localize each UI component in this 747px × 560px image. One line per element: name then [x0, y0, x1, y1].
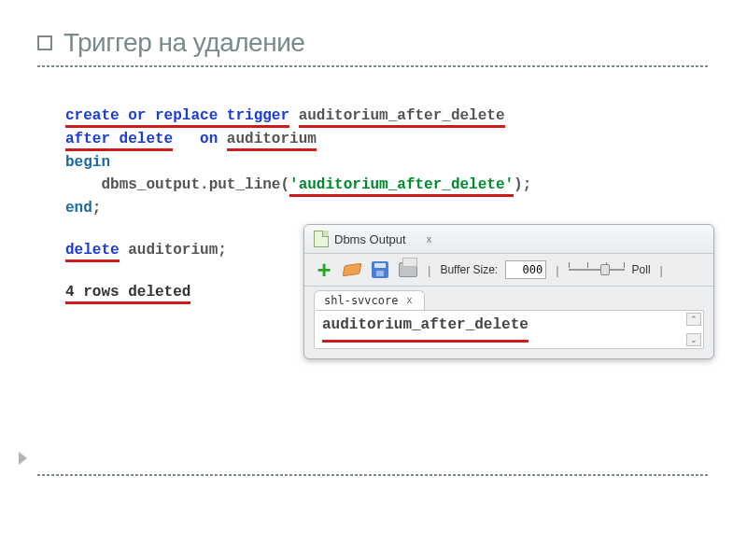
add-button[interactable]: +	[314, 259, 334, 280]
identifier: dbms_output.put_line	[101, 176, 280, 193]
keyword: on	[200, 131, 218, 147]
separator: |	[554, 263, 560, 277]
title-underline	[37, 65, 710, 67]
erase-button[interactable]	[342, 259, 362, 280]
panel-close-button[interactable]: x	[423, 232, 436, 245]
footer-rule	[37, 474, 710, 476]
print-button[interactable]	[398, 259, 418, 280]
paren: );	[514, 176, 531, 193]
string-literal: 'auditorium_after_delete'	[289, 176, 514, 197]
identifier: auditorium	[227, 131, 317, 151]
buffer-size-label: Buffer Size:	[440, 263, 498, 276]
keyword: after delete	[65, 131, 173, 151]
scroll-up-icon[interactable]: ⌃	[686, 313, 701, 326]
slide-title-row: Триггер на удаление	[37, 28, 710, 58]
keyword: begin	[65, 154, 110, 171]
save-button[interactable]	[370, 259, 390, 280]
panel-title: Dbms Output	[334, 232, 406, 246]
separator: |	[426, 263, 432, 277]
panel-toolbar: + | Buffer Size: | Poll |	[304, 254, 713, 287]
separator: |	[658, 263, 665, 277]
scroll-down-icon[interactable]: ⌄	[686, 333, 701, 346]
output-text: auditorium_after_delete	[322, 316, 529, 343]
keyword: delete	[65, 242, 120, 262]
tab-label: shl-svvcore	[324, 294, 398, 307]
keyword: end	[65, 200, 92, 217]
poll-label: Poll	[632, 263, 651, 276]
code-line-1: create or replace trigger auditorium_aft…	[65, 105, 710, 128]
code-line-5: end;	[65, 197, 710, 220]
paren: (	[280, 176, 289, 193]
page-icon	[314, 231, 329, 247]
footer-arrow-icon	[19, 452, 32, 465]
identifier: auditorium;	[128, 242, 227, 259]
title-marker-icon	[37, 35, 52, 50]
panel-titlebar: Dbms Output x	[304, 225, 713, 254]
identifier: auditorium_after_delete	[299, 107, 505, 128]
vertical-scrollbar[interactable]: ⌃ ⌄	[686, 313, 701, 346]
result-text: 4 rows deleted	[65, 284, 190, 304]
output-area: auditorium_after_delete ⌃ ⌄	[314, 310, 704, 349]
buffer-size-input[interactable]	[505, 260, 546, 279]
code-line-4: dbms_output.put_line('auditorium_after_d…	[65, 174, 710, 197]
keyword: create or replace trigger	[65, 107, 289, 128]
tab-close-button[interactable]: x	[403, 295, 415, 306]
slide-title: Триггер на удаление	[63, 28, 304, 58]
semicolon: ;	[92, 200, 102, 217]
code-line-3: begin	[65, 151, 710, 175]
panel-tabbar: shl-svvcore x	[304, 287, 713, 310]
poll-slider[interactable]	[569, 262, 625, 277]
dbms-output-panel: Dbms Output x + | Buffer Size: | Poll | …	[303, 224, 714, 359]
code-line-2: after delete on auditorium	[65, 128, 710, 151]
connection-tab[interactable]: shl-svvcore x	[314, 290, 425, 310]
